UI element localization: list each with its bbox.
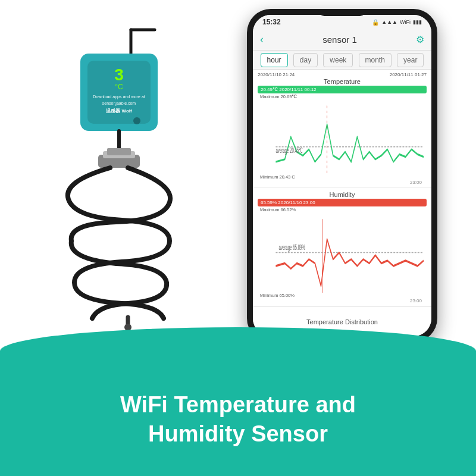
phone-frame: 15:32 🔒 ▲▲▲ WiFi ▮▮▮ ‹ sensor 1 ⚙ <box>247 9 437 342</box>
bottom-text: WiFi Temperature and Humidity Sensor <box>120 390 356 449</box>
temp-dist-title: Temperature Distribution <box>306 318 378 325</box>
temp-date-start: 2020/11/10 21:24 <box>258 72 295 77</box>
main-container: 3 °C Download apps and more at sensor.ja… <box>0 0 476 476</box>
svg-rect-13 <box>107 148 131 155</box>
temp-tooltip: 20.49℃ 2020/11/11 00:12 <box>258 86 427 93</box>
svg-text:sensor.jaable.com: sensor.jaable.com <box>102 101 136 106</box>
charts-area: 2020/11/10 21:24 2020/11/11 01:27 Temper… <box>253 70 431 336</box>
status-bar: 15:32 🔒 ▲▲▲ WiFi ▮▮▮ <box>253 15 431 29</box>
svg-text:温感器 Wolf: 温感器 Wolf <box>106 108 132 114</box>
temp-chart-title: Temperature <box>258 78 427 85</box>
bottom-section: WiFi Temperature and Humidity Sensor <box>0 351 476 476</box>
wifi-icon: WiFi <box>400 19 411 25</box>
header-title: sensor 1 <box>322 35 357 45</box>
app-header: ‹ sensor 1 ⚙ <box>253 29 431 51</box>
battery-icon: ▮▮▮ <box>413 19 422 25</box>
bottom-line2: Humidity Sensor <box>120 419 356 449</box>
status-time: 15:32 <box>262 18 281 26</box>
top-section: 3 °C Download apps and more at sensor.ja… <box>0 0 476 351</box>
device-area: 3 °C Download apps and more at sensor.ja… <box>39 21 205 330</box>
lock-icon: 🔒 <box>372 19 379 26</box>
humidity-chart-canvas: average 65.89% <box>258 212 427 293</box>
bottom-line1: WiFi Temperature and <box>120 390 356 419</box>
humidity-time-label: 23:00 <box>258 298 427 303</box>
humidity-max: Maximum 66.52% <box>258 207 427 212</box>
humidity-min: Minimum 65.00% <box>258 293 427 298</box>
svg-text:°C: °C <box>115 83 123 91</box>
signal-icon: ▲▲▲ <box>381 19 397 25</box>
tab-bar: hour day week month year <box>253 51 431 70</box>
svg-text:average 65.89%: average 65.89% <box>279 243 305 251</box>
tab-day[interactable]: day <box>293 53 318 67</box>
svg-text:3: 3 <box>114 65 124 84</box>
temp-time-label: 23:00 <box>258 180 427 185</box>
tab-week[interactable]: week <box>323 53 353 67</box>
phone-screen: 15:32 🔒 ▲▲▲ WiFi ▮▮▮ ‹ sensor 1 ⚙ <box>253 15 431 336</box>
svg-text:Download apps and more at: Download apps and more at <box>93 95 145 99</box>
temp-chart-dates: 2020/11/10 21:24 2020/11/11 01:27 <box>258 72 427 77</box>
status-icons: 🔒 ▲▲▲ WiFi ▮▮▮ <box>372 19 422 26</box>
settings-icon[interactable]: ⚙ <box>416 34 424 45</box>
svg-point-9 <box>133 117 140 124</box>
tab-year[interactable]: year <box>397 53 424 67</box>
humidity-tooltip: 65.59% 2020/11/10 23:00 <box>258 199 427 206</box>
humidity-chart-title: Humidity <box>258 191 427 198</box>
temp-max: Maximum 20.69℃ <box>258 94 427 99</box>
tab-hour[interactable]: hour <box>261 53 288 67</box>
temp-chart-canvas: average 20.45℃ <box>258 99 427 174</box>
phone-area: 15:32 🔒 ▲▲▲ WiFi ▮▮▮ ‹ sensor 1 ⚙ <box>247 9 443 342</box>
svg-text:average 20.45℃: average 20.45℃ <box>275 146 303 155</box>
back-button[interactable]: ‹ <box>260 33 264 46</box>
temp-min: Minimum 20.43 C <box>258 174 427 180</box>
temperature-chart-section: 2020/11/10 21:24 2020/11/11 01:27 Temper… <box>253 70 431 188</box>
humidity-chart-section: Humidity 65.59% 2020/11/10 23:00 Maximum… <box>253 188 431 306</box>
tab-month[interactable]: month <box>359 53 392 67</box>
temp-date-end: 2020/11/11 01:27 <box>390 72 427 77</box>
